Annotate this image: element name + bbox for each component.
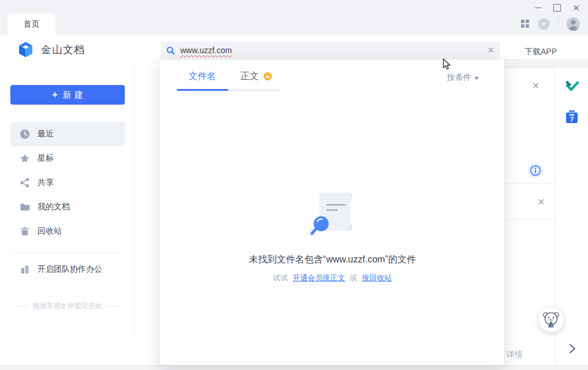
content-top-band — [500, 59, 588, 68]
window-bottom-strip — [0, 365, 588, 370]
building-icon — [20, 264, 30, 275]
avatar[interactable] — [567, 17, 580, 31]
vip-crown-icon — [263, 72, 273, 82]
sidebar-item-label: 最近 — [38, 129, 54, 139]
search-input[interactable]: www.uzzf.com ✕ — [161, 42, 500, 59]
todo-checks-icon[interactable] — [565, 80, 579, 96]
brand: 金山文档 — [18, 42, 85, 58]
clock-icon — [20, 129, 30, 139]
tab-home-label: 首页 — [24, 19, 40, 29]
expand-panel-chevron-icon[interactable] — [569, 343, 576, 356]
recycle-search-link[interactable]: 搜回收站 — [362, 273, 392, 282]
sidebar-item-label: 共享 — [38, 177, 54, 188]
sidebar-item-recent[interactable]: 最近 — [10, 122, 125, 146]
card-top-border — [505, 68, 555, 68]
app-logo-icon — [18, 42, 34, 58]
empty-search-result: 未找到文件名包含“www.uzzf.com”的文件 试试开通会员搜正文或搜回收站 — [159, 189, 505, 283]
window-controls: ✕ — [529, 0, 586, 15]
pin-hint-label: 拖拽常用文件固定至此 — [33, 301, 102, 311]
filter-label: 按条件 — [447, 72, 471, 83]
sidebar-item-shared[interactable]: 共享 — [10, 171, 125, 195]
minimize-icon — [535, 8, 542, 8]
tab-fulltext-label: 正文 — [240, 71, 259, 83]
trash-icon — [20, 226, 30, 236]
maximize-button[interactable] — [548, 0, 567, 15]
app-window: 首页 ✕ — [0, 0, 588, 370]
close-button[interactable]: ✕ — [567, 0, 586, 15]
chevron-down-icon — [474, 77, 479, 80]
folder-icon — [20, 202, 30, 212]
banner-close-icon[interactable]: ✕ — [532, 82, 539, 91]
filter-by-condition-button[interactable]: 按条件 — [447, 72, 479, 83]
messages-icon[interactable] — [538, 18, 550, 30]
tab-fulltext[interactable]: 正文 — [240, 71, 273, 83]
app-name: 金山文档 — [41, 43, 85, 57]
search-query-text: www.uzzf.com — [180, 46, 232, 55]
sidebar-nav: 最近 星标 共享 我的文档 — [10, 122, 125, 243]
apps-grid-icon[interactable] — [520, 19, 530, 28]
titlebar-icon-row — [520, 16, 580, 31]
download-app-button[interactable]: 下载APP — [524, 47, 557, 57]
sidebar-section-divider — [10, 253, 124, 253]
member-search-link[interactable]: 开通会员搜正文 — [293, 273, 345, 282]
share-icon — [20, 177, 30, 188]
titlebar-separator — [558, 20, 559, 28]
maximize-icon — [553, 4, 561, 12]
clear-search-icon[interactable]: ✕ — [487, 46, 494, 54]
card-divider — [505, 219, 555, 220]
sidebar-item-team-collaboration[interactable]: 开启团队协作办公 — [10, 257, 125, 282]
team-collaboration-label: 开启团队协作办公 — [38, 264, 102, 275]
assistant-mascot[interactable] — [538, 307, 564, 332]
minimize-button[interactable] — [529, 0, 548, 15]
sidebar-item-my-documents[interactable]: 我的文档 — [10, 195, 125, 219]
sidebar-item-starred[interactable]: 星标 — [10, 146, 125, 171]
plus-icon: + — [52, 89, 58, 101]
sidebar-divider — [134, 66, 135, 332]
tab-filename[interactable]: 文件名 — [188, 71, 216, 83]
empty-result-title: 未找到文件名包含“www.uzzf.com”的文件 — [159, 254, 505, 266]
pin-hint-dash-right — [107, 306, 120, 306]
svg-text:7: 7 — [570, 116, 574, 123]
pin-hint: 拖拽常用文件固定至此 — [0, 301, 135, 311]
search-icon — [166, 46, 175, 55]
new-button-label: 新建 — [63, 90, 87, 101]
calendar-7-icon[interactable]: 7 — [565, 110, 578, 126]
empty-document-illustration — [308, 189, 358, 241]
pin-hint-dash-left — [16, 306, 28, 306]
or-text: 或 — [350, 273, 358, 282]
info-icon[interactable] — [528, 163, 543, 180]
try-prefix: 试试 — [273, 273, 288, 282]
titlebar: 首页 ✕ — [0, 0, 588, 35]
card-divider — [505, 183, 555, 184]
notice-close-icon[interactable]: ✕ — [537, 198, 545, 207]
sidebar-item-label: 我的文档 — [38, 202, 70, 212]
active-tab-indicator — [177, 89, 228, 91]
sidebar-item-label: 星标 — [38, 153, 54, 164]
new-document-button[interactable]: + 新建 — [10, 85, 125, 105]
empty-result-suggestions: 试试开通会员搜正文或搜回收站 — [159, 273, 505, 283]
close-icon: ✕ — [572, 3, 580, 12]
tab-home[interactable]: 首页 — [8, 13, 55, 35]
sidebar-item-label: 回收站 — [38, 226, 62, 236]
details-link[interactable]: 详情 — [507, 350, 523, 360]
sidebar-item-recycle-bin[interactable]: 回收站 — [10, 219, 125, 243]
inactive-tab-indicator — [228, 90, 281, 91]
star-icon — [20, 153, 30, 164]
search-dropdown-panel: 文件名 正文 按条件 — [159, 59, 505, 365]
sidebar: + 新建 最近 星标 共享 — [0, 66, 135, 365]
